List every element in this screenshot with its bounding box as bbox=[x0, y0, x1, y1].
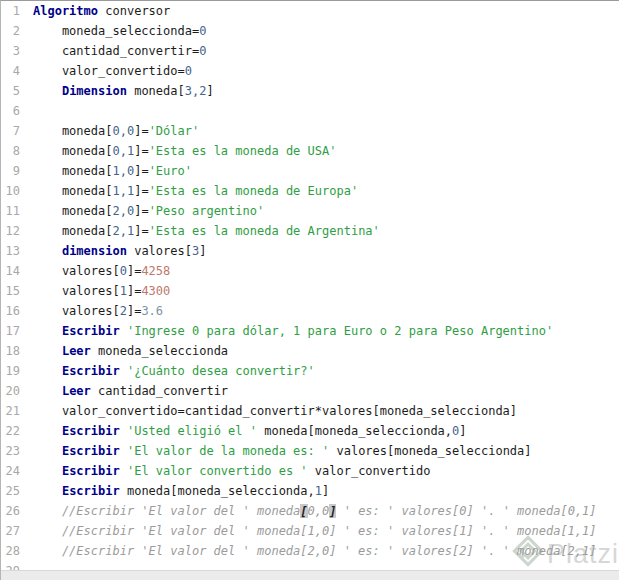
code-line-content: //Escribir 'El valor del ' moneda[1,0] '… bbox=[20, 521, 597, 541]
code-token: moneda[ bbox=[33, 204, 112, 218]
line-number: 28 bbox=[1, 541, 20, 561]
code-line[interactable]: 15 valores[1]=4300 bbox=[1, 281, 619, 301]
line-number: 12 bbox=[1, 221, 20, 241]
code-line[interactable]: 25 Escribir moneda[moneda_seleccionda,1] bbox=[1, 481, 619, 501]
code-line[interactable]: 27 //Escribir 'El valor del ' moneda[1,0… bbox=[1, 521, 619, 541]
line-number: 21 bbox=[1, 401, 20, 421]
code-line[interactable]: 23 Escribir 'El valor de la moneda es: '… bbox=[1, 441, 619, 461]
code-line-content: Escribir 'El valor convertido es ' valor… bbox=[20, 461, 430, 481]
code-token: valor_convertido bbox=[308, 464, 431, 478]
code-line[interactable]: 18 Leer moneda_seleccionda bbox=[1, 341, 619, 361]
code-token: //Escribir 'El valor del ' moneda bbox=[33, 504, 300, 518]
line-number: 7 bbox=[1, 121, 20, 141]
code-token: ]= bbox=[134, 144, 148, 158]
code-line[interactable]: 19 Escribir '¿Cuánto desea convertir?' bbox=[1, 361, 619, 381]
code-token: 'Peso argentino' bbox=[149, 204, 265, 218]
code-token bbox=[33, 384, 62, 398]
code-token: moneda_seleccionda= bbox=[33, 24, 199, 38]
code-token: ]= bbox=[134, 164, 148, 178]
line-number: 16 bbox=[1, 301, 20, 321]
line-number: 4 bbox=[1, 61, 20, 81]
line-number: 5 bbox=[1, 81, 20, 101]
code-line[interactable]: 4 valor_convertido=0 bbox=[1, 61, 619, 81]
code-line[interactable]: 24 Escribir 'El valor convertido es ' va… bbox=[1, 461, 619, 481]
code-line-content: moneda[2,1]='Esta es la moneda de Argent… bbox=[20, 221, 380, 241]
code-token: 0,0 bbox=[112, 124, 134, 138]
code-line-content: valores[2]=3.6 bbox=[20, 301, 163, 321]
code-token: conversor bbox=[98, 4, 170, 18]
line-number: 13 bbox=[1, 241, 20, 261]
code-line[interactable]: 3 cantidad_convertir=0 bbox=[1, 41, 619, 61]
code-token: 0 bbox=[199, 24, 206, 38]
code-line[interactable]: 7 moneda[0,0]='Dólar' bbox=[1, 121, 619, 141]
code-line[interactable]: 22 Escribir 'Usted eligió el ' moneda[mo… bbox=[1, 421, 619, 441]
code-token: valor_convertido=cantidad_convertir*valo… bbox=[33, 404, 517, 418]
line-number: 11 bbox=[1, 201, 20, 221]
code-token: 'El valor de la moneda es: ' bbox=[127, 444, 329, 458]
code-token bbox=[120, 444, 127, 458]
line-number: 24 bbox=[1, 461, 20, 481]
line-number: 8 bbox=[1, 141, 20, 161]
code-line[interactable]: 5 Dimension moneda[3,2] bbox=[1, 81, 619, 101]
code-line-content: Escribir moneda[moneda_seleccionda,1] bbox=[20, 481, 329, 501]
code-line[interactable]: 20 Leer cantidad_convertir bbox=[1, 381, 619, 401]
code-token: valores[ bbox=[33, 264, 120, 278]
code-line-content: moneda[1,0]='Euro' bbox=[20, 161, 192, 181]
code-token: Escribir bbox=[62, 484, 120, 498]
code-token: ] bbox=[459, 424, 466, 438]
code-token: //Escribir 'El valor del ' moneda[2,0] '… bbox=[33, 544, 597, 558]
code-token: Escribir bbox=[62, 424, 120, 438]
line-number: 2 bbox=[1, 21, 20, 41]
line-number: 23 bbox=[1, 441, 20, 461]
code-token bbox=[33, 464, 62, 478]
code-token: 3.6 bbox=[141, 304, 163, 318]
line-number: 18 bbox=[1, 341, 20, 361]
code-line[interactable]: 1Algoritmo conversor bbox=[1, 1, 619, 21]
code-line[interactable]: 9 moneda[1,0]='Euro' bbox=[1, 161, 619, 181]
code-token: Leer bbox=[62, 384, 91, 398]
line-number: 10 bbox=[1, 181, 20, 201]
code-line[interactable]: 11 moneda[2,0]='Peso argentino' bbox=[1, 201, 619, 221]
code-line[interactable]: 21 valor_convertido=cantidad_convertir*v… bbox=[1, 401, 619, 421]
code-line-content: Escribir 'Usted eligió el ' moneda[moned… bbox=[20, 421, 467, 441]
code-line[interactable]: 2 moneda_seleccionda=0 bbox=[1, 21, 619, 41]
code-token: ] bbox=[322, 484, 329, 498]
code-token: valor_convertido= bbox=[33, 64, 185, 78]
code-line[interactable]: 13 dimension valores[3] bbox=[1, 241, 619, 261]
code-line-content: valores[0]=4258 bbox=[20, 261, 170, 281]
code-token: //Escribir 'El valor del ' moneda[1,0] '… bbox=[33, 524, 597, 538]
code-line[interactable]: 14 valores[0]=4258 bbox=[1, 261, 619, 281]
code-token: moneda[moneda_seleccionda, bbox=[257, 424, 452, 438]
code-line-content: Dimension moneda[3,2] bbox=[20, 81, 214, 101]
code-token: moneda[ bbox=[127, 84, 185, 98]
code-editor[interactable]: 1Algoritmo conversor2 moneda_seleccionda… bbox=[1, 1, 619, 580]
code-line[interactable]: 28 //Escribir 'El valor del ' moneda[2,0… bbox=[1, 541, 619, 561]
horizontal-scrollbar[interactable] bbox=[1, 570, 619, 580]
code-token: 0,0 bbox=[308, 504, 330, 518]
code-line-content: Escribir 'El valor de la moneda es: ' va… bbox=[20, 441, 532, 461]
code-line-content: //Escribir 'El valor del ' moneda[0,0] '… bbox=[20, 501, 597, 521]
code-token: 'El valor convertido es ' bbox=[127, 464, 308, 478]
code-token bbox=[33, 324, 62, 338]
line-number: 26 bbox=[1, 501, 20, 521]
code-line[interactable]: 17 Escribir 'Ingrese 0 para dólar, 1 par… bbox=[1, 321, 619, 341]
code-token: 0 bbox=[199, 44, 206, 58]
code-token: Algoritmo bbox=[33, 4, 98, 18]
code-token: Escribir bbox=[62, 324, 120, 338]
code-line[interactable]: 16 valores[2]=3.6 bbox=[1, 301, 619, 321]
code-line[interactable]: 26 //Escribir 'El valor del ' moneda[0,0… bbox=[1, 501, 619, 521]
code-token: 1,0 bbox=[112, 164, 134, 178]
code-line[interactable]: 10 moneda[1,1]='Esta es la moneda de Eur… bbox=[1, 181, 619, 201]
code-line-content: valor_convertido=cantidad_convertir*valo… bbox=[20, 401, 517, 421]
code-token: moneda[ bbox=[33, 144, 112, 158]
code-token: Escribir bbox=[62, 464, 120, 478]
code-line[interactable]: 6 bbox=[1, 101, 619, 121]
line-number: 15 bbox=[1, 281, 20, 301]
code-line-content: moneda[0,0]='Dólar' bbox=[20, 121, 199, 141]
code-line[interactable]: 12 moneda[2,1]='Esta es la moneda de Arg… bbox=[1, 221, 619, 241]
code-token: 'Dólar' bbox=[149, 124, 200, 138]
code-token: ]= bbox=[134, 224, 148, 238]
code-token bbox=[33, 444, 62, 458]
pseint-editor-window: Platzi 1Algoritmo conversor2 moneda_sele… bbox=[0, 0, 619, 580]
code-line[interactable]: 8 moneda[0,1]='Esta es la moneda de USA' bbox=[1, 141, 619, 161]
